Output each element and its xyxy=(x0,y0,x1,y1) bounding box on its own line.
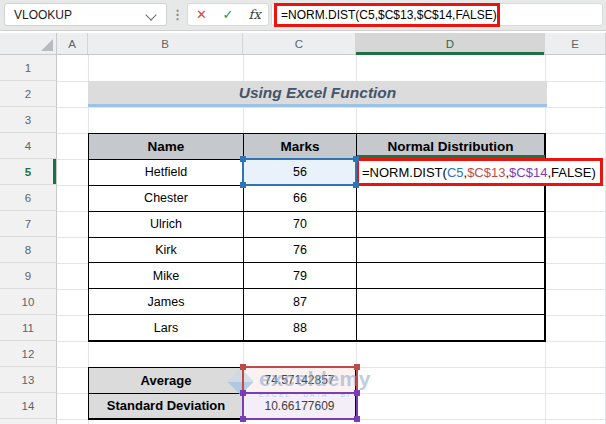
row-header-label: 8 xyxy=(25,244,31,256)
formula-toolbar: VLOOKUP ⋮ ✕ ✓ fx =NORM.DIST(C5,$C$13,$C$… xyxy=(0,0,606,31)
insert-function-icon[interactable]: fx xyxy=(241,4,268,25)
row-header-6[interactable]: 6 xyxy=(0,185,56,211)
cell-d5-formula: =NORM.DIST(C5,$C$13,$C$14,FALSE) xyxy=(359,165,596,180)
cell-name[interactable]: James xyxy=(89,289,244,315)
cell-normal-distribution[interactable] xyxy=(357,315,545,341)
cell-normal-distribution[interactable] xyxy=(357,238,545,264)
formula-bar[interactable]: =NORM.DIST(C5,$C$13,$C$14,FALSE) xyxy=(271,3,603,26)
cell-normal-distribution[interactable] xyxy=(357,263,545,289)
cell-marks[interactable]: 66 xyxy=(244,186,357,212)
cell-name[interactable]: Ulrich xyxy=(89,212,244,238)
row-header-12[interactable]: 12 xyxy=(0,341,56,367)
row-header-label: 4 xyxy=(25,140,31,152)
select-all-triangle-icon xyxy=(41,39,53,51)
row-header-3[interactable]: 3 xyxy=(0,107,56,133)
row-header-13[interactable]: 13 xyxy=(0,367,56,393)
worksheet-title-text: Using Excel Function xyxy=(239,84,397,102)
cell-marks[interactable]: 56 xyxy=(244,160,357,186)
row-header-label: 9 xyxy=(25,270,31,282)
row-header-label: 11 xyxy=(22,322,34,334)
cell-marks[interactable]: 87 xyxy=(244,289,357,315)
enter-icon[interactable]: ✓ xyxy=(215,4,242,25)
row-selection-bar xyxy=(53,159,56,184)
cell-normal-distribution[interactable] xyxy=(357,289,545,315)
row-header-9[interactable]: 9 xyxy=(0,263,56,289)
row-header-label: 2 xyxy=(25,88,31,100)
row-header-label: 14 xyxy=(22,400,35,412)
chevron-down-icon[interactable] xyxy=(145,9,156,20)
cell-marks[interactable]: 88 xyxy=(244,315,357,341)
formula-bar-annotation-box: =NORM.DIST(C5,$C$13,$C$14,FALSE) xyxy=(274,3,500,27)
row-header-label: 1 xyxy=(25,62,31,74)
row-header-4[interactable]: 4 xyxy=(0,133,56,159)
name-box[interactable]: VLOOKUP xyxy=(4,3,167,26)
column-headers: ABCDE xyxy=(0,33,606,55)
row-header-label: 6 xyxy=(25,192,31,204)
excel-window: VLOOKUP ⋮ ✕ ✓ fx =NORM.DIST(C5,$C$13,$C$… xyxy=(0,0,606,424)
table-header-name: Name xyxy=(89,134,244,160)
column-header-A[interactable]: A xyxy=(57,33,88,54)
formula-token: $C$14 xyxy=(509,165,547,180)
formula-token: $C$13 xyxy=(467,165,505,180)
select-all-button[interactable] xyxy=(0,33,57,55)
row-header-label: 5 xyxy=(25,166,31,178)
table-header-marks: Marks xyxy=(244,134,357,160)
row-header-label: 7 xyxy=(25,218,31,230)
cell-name[interactable]: Hetfield xyxy=(89,160,244,186)
row-header-7[interactable]: 7 xyxy=(0,211,56,237)
row-header-label: 13 xyxy=(22,374,35,386)
cell-marks[interactable]: 76 xyxy=(244,238,357,264)
cell-name[interactable]: Kirk xyxy=(89,238,244,264)
stats-value[interactable]: 10.66177609 xyxy=(244,394,356,420)
row-header-5[interactable]: 5 xyxy=(0,159,56,185)
stats-label[interactable]: Standard Deviation xyxy=(89,394,244,420)
row-header-1[interactable]: 1 xyxy=(0,55,56,81)
formula-token: ,FALSE) xyxy=(547,165,595,180)
cell-name[interactable]: Mike xyxy=(89,263,244,289)
row-headers: 1234567891011121314 xyxy=(0,55,57,424)
cell-d5-annotation-box[interactable]: =NORM.DIST(C5,$C$13,$C$14,FALSE) xyxy=(356,158,603,186)
cancel-icon[interactable]: ✕ xyxy=(188,4,215,25)
cell-marks[interactable]: 70 xyxy=(244,212,357,238)
stats-value[interactable]: 74.57142857 xyxy=(244,368,356,394)
column-header-B[interactable]: B xyxy=(88,33,243,54)
cell-name[interactable]: Chester xyxy=(89,186,244,212)
stats-table: Average74.57142857Standard Deviation10.6… xyxy=(88,367,357,420)
row-header-8[interactable]: 8 xyxy=(0,237,56,263)
cell-name[interactable]: Lars xyxy=(89,315,244,341)
formula-buttons: ✕ ✓ fx xyxy=(187,3,269,26)
formula-token: C5 xyxy=(447,165,464,180)
row-header-label: 10 xyxy=(22,296,35,308)
row-header-label: 3 xyxy=(25,114,31,126)
formula-token: =NORM.DIST( xyxy=(362,165,447,180)
stats-label[interactable]: Average xyxy=(89,368,244,394)
cell-normal-distribution[interactable] xyxy=(357,212,545,238)
row-header-14[interactable]: 14 xyxy=(0,393,56,419)
row-header-label: 12 xyxy=(22,348,35,360)
row-header-2[interactable]: 2 xyxy=(0,81,56,107)
row-header-10[interactable]: 10 xyxy=(0,289,56,315)
column-header-D[interactable]: D xyxy=(356,33,545,54)
column-header-C[interactable]: C xyxy=(243,33,356,54)
drag-handle-icon: ⋮ xyxy=(170,3,185,26)
cell-normal-distribution[interactable] xyxy=(357,186,545,212)
row-header-11[interactable]: 11 xyxy=(0,315,56,341)
worksheet-title-cell[interactable]: Using Excel Function xyxy=(88,81,547,107)
name-box-value: VLOOKUP xyxy=(5,8,72,22)
cell-marks[interactable]: 79 xyxy=(244,263,357,289)
column-header-E[interactable]: E xyxy=(545,33,606,54)
formula-bar-text: =NORM.DIST(C5,$C$13,$C$14,FALSE) xyxy=(277,8,497,22)
